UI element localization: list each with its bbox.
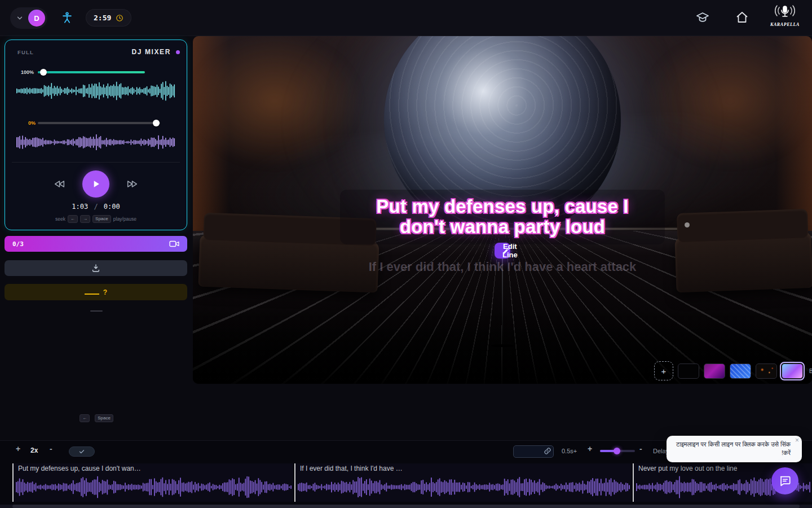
download-icon [91, 264, 100, 273]
chevron-down-icon[interactable] [12, 11, 27, 25]
mixer-divider [12, 162, 180, 163]
key-right-icon: → [80, 215, 90, 223]
toast-message: टाइमलाइन पर किसी लाइन पर क्लिक करके उसे … [673, 440, 791, 458]
chat-icon [779, 475, 791, 487]
keyboard-hints: seek ← → Space play/pause [5, 215, 187, 223]
clock-icon [116, 14, 123, 22]
next-lyric-preview: If I ever did that, I think I'd have a h… [193, 260, 812, 274]
top-bar: D 2:59 KARAPELLA [0, 0, 812, 36]
background-thumb-selected[interactable] [782, 364, 803, 379]
sync-toggle[interactable] [69, 446, 95, 457]
time-display: 1:03 / 0:00 [5, 203, 187, 211]
close-icon[interactable]: × [795, 437, 799, 444]
volume-value-secondary: 0% [28, 120, 36, 126]
segment-label: If I ever did that, I think I'd have … [300, 465, 628, 472]
avatar-initial: D [34, 14, 39, 23]
volume-slider-primary[interactable] [38, 71, 145, 73]
logo-mic-icon [773, 5, 797, 19]
key-space: Space [92, 215, 111, 223]
timeline-scrollbar-thumb[interactable] [12, 505, 800, 508]
accessibility-icon[interactable] [60, 11, 74, 25]
volume-row-primary: 100% [5, 68, 187, 76]
transport-controls [5, 169, 187, 199]
timeline-segment[interactable]: If I ever did that, I think I'd have … [294, 463, 632, 502]
volume-knob-primary[interactable] [40, 69, 47, 76]
offset-value: 0.5s+ [562, 448, 577, 454]
graduation-cap-icon[interactable] [695, 10, 710, 26]
stage-indicator-dot [685, 222, 690, 227]
takes-progress-bar[interactable]: 0/3 [5, 236, 187, 252]
help-blank-line [85, 294, 99, 295]
rewind-button[interactable] [52, 176, 68, 192]
user-menu[interactable]: D [10, 7, 47, 29]
volume-row-secondary: 0% [5, 119, 187, 127]
background-thumb-dark[interactable] [756, 364, 777, 379]
segment-waveform[interactable] [298, 475, 630, 500]
check-icon [78, 448, 85, 455]
home-icon[interactable] [734, 10, 750, 26]
mixer-header: FULL DJ MIXER [17, 48, 180, 56]
key-space: Space [95, 414, 113, 422]
tutorial-toast: टाइमलाइन पर किसी लाइन पर क्लिक करके उसे … [667, 436, 802, 462]
mixer-mode-label: FULL [17, 49, 34, 55]
timeline-tracks: Put my defenses up, cause I don't wan… I… [0, 462, 812, 503]
time-total: 0:00 [104, 203, 120, 211]
bg-label: BG [809, 368, 812, 374]
segment-waveform[interactable] [16, 475, 292, 500]
avatar[interactable]: D [28, 10, 45, 27]
video-preview: Put my defenses up, cause I don't wanna … [193, 36, 812, 384]
background-thumb-purple[interactable] [704, 364, 725, 379]
volume-knob-secondary[interactable] [153, 120, 160, 126]
zoom-out-button[interactable]: - [50, 444, 52, 453]
delay-slider[interactable] [600, 450, 635, 452]
timer-value: 2:59 [94, 14, 111, 22]
mixer-status-dot [176, 50, 180, 54]
time-separator: / [92, 203, 99, 211]
plus-icon: + [661, 366, 667, 376]
zoom-in-button[interactable]: + [16, 444, 20, 453]
add-background-button[interactable]: + [654, 361, 673, 380]
lyric-line-1: Put my defenses up, cause I [350, 196, 655, 217]
sidebar-keyboard-hints: ← Space [0, 414, 193, 422]
time-current: 1:03 [72, 203, 88, 211]
help-question-mark: ? [103, 288, 107, 296]
timeline-scrollbar[interactable] [0, 505, 812, 508]
segment-label: Put my defenses up, cause I don't wan… [18, 465, 290, 472]
background-thumb-black[interactable] [678, 364, 699, 379]
takes-progress-value: 0/3 [12, 240, 24, 248]
zoom-level-value: 2x [30, 446, 38, 454]
key-left-icon: ← [80, 414, 90, 422]
delay-decrease-button[interactable]: - [639, 444, 642, 453]
current-lyric: Put my defenses up, cause I don't wanna … [340, 190, 665, 244]
volume-slider-secondary[interactable] [38, 122, 160, 124]
background-thumb-blue[interactable] [730, 364, 751, 379]
mixer-title: DJ MIXER [132, 48, 171, 56]
background-picker: + BG [654, 361, 812, 380]
delay-increase-button[interactable]: + [588, 444, 592, 453]
lyric-line-2: don't wanna party loud [350, 217, 655, 237]
link-icon[interactable] [542, 446, 553, 457]
edit-line-button[interactable]: Edit Line [495, 243, 510, 259]
video-camera-icon [169, 240, 179, 248]
dj-mixer-panel: FULL DJ MIXER 100% 0% [5, 40, 187, 230]
key-left-icon: ← [68, 215, 78, 223]
karapella-logo: KARAPELLA [767, 5, 803, 27]
session-timer: 2:59 [86, 9, 131, 27]
app-root: D 2:59 KARAPELLA FULL DJ MIX [0, 0, 812, 508]
sidebar-divider [90, 310, 103, 312]
mixer-waveform-secondary[interactable] [16, 132, 175, 152]
chat-button[interactable] [771, 467, 798, 494]
help-button[interactable]: ? [5, 284, 187, 300]
playpause-hint-label: play/pause [113, 216, 136, 222]
logo-text: KARAPELLA [767, 22, 803, 27]
mixer-waveform-primary[interactable] [16, 81, 175, 101]
play-button[interactable] [82, 170, 109, 198]
download-button[interactable] [5, 260, 187, 276]
delay-slider-knob[interactable] [614, 448, 620, 454]
seek-hint-label: seek [55, 216, 65, 222]
volume-value-primary: 100% [21, 69, 34, 75]
timeline-segment[interactable]: Put my defenses up, cause I don't wan… [12, 463, 293, 502]
edit-line-label: Edit Line [502, 242, 518, 259]
fast-forward-button[interactable] [124, 176, 140, 192]
